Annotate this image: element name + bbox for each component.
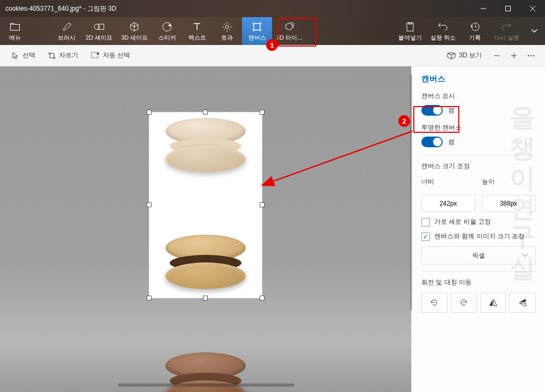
svg-point-30 [531, 55, 532, 56]
width-input[interactable] [421, 195, 475, 212]
panel-title: 캔버스 [421, 74, 535, 84]
svg-line-14 [229, 29, 230, 30]
ribbon: 메뉴 브러시 2D 셰이프 3D 셰이프 스티커 텍스트 효과 캔버스 3D 라… [0, 17, 545, 45]
flip-h-icon [488, 298, 498, 307]
svg-rect-17 [254, 24, 260, 30]
magic-select-icon [91, 52, 100, 59]
undo-button[interactable]: 실행 취소 [426, 17, 460, 45]
image-content [165, 118, 246, 177]
svg-point-7 [163, 22, 171, 31]
canvas-button[interactable]: 캔버스 [242, 17, 272, 45]
history-button[interactable]: 기록 [460, 17, 490, 45]
resize-handle[interactable] [147, 296, 152, 300]
unit-select[interactable]: 픽셀 [421, 246, 535, 265]
rotate-left-icon [429, 298, 439, 307]
3d-shapes-button[interactable]: 3D 셰이프 [117, 17, 152, 45]
rotate-right-icon [459, 298, 468, 307]
magic-select-tool[interactable]: 자동 선택 [85, 45, 137, 66]
brush-icon [62, 21, 71, 33]
minimize-button[interactable] [471, 0, 496, 17]
menu-button[interactable]: 메뉴 [0, 17, 30, 45]
library-icon [284, 21, 294, 33]
maximize-button[interactable] [496, 0, 520, 17]
shapes-3d-icon [130, 21, 139, 33]
effects-icon [222, 21, 232, 33]
paste-button[interactable]: 붙여넣기 [394, 17, 426, 45]
crop-icon [48, 52, 56, 59]
canvas-area[interactable] [0, 66, 411, 392]
3d-view-button[interactable]: 3D 보기 [441, 45, 488, 66]
svg-point-29 [528, 55, 529, 56]
resize-handle[interactable] [260, 296, 264, 300]
brushes-button[interactable]: 브러시 [51, 17, 81, 45]
svg-rect-1 [506, 6, 511, 11]
image-content [165, 235, 246, 293]
svg-point-31 [533, 55, 534, 56]
sub-toolbar: 선택 자르기 자동 선택 3D 보기 [0, 45, 545, 66]
resize-handle[interactable] [147, 202, 152, 207]
zoom-out-button[interactable] [488, 47, 505, 64]
svg-point-33 [463, 302, 464, 303]
shapes-2d-icon [94, 21, 104, 33]
flip-horizontal-button[interactable] [480, 292, 506, 313]
undo-icon [438, 21, 448, 33]
show-canvas-label: 캔버스 표시 [421, 92, 535, 101]
svg-rect-4 [11, 24, 20, 30]
svg-line-15 [224, 29, 225, 30]
svg-point-8 [225, 25, 229, 28]
width-label: 너비 [421, 177, 475, 186]
expand-ribbon-button[interactable] [524, 17, 545, 45]
redo-button[interactable]: 다시 실행 [490, 17, 524, 45]
flip-vertical-button[interactable] [509, 292, 535, 313]
resize-handle[interactable] [260, 110, 264, 115]
effects-button[interactable]: 효과 [212, 17, 242, 45]
show-canvas-toggle[interactable] [421, 105, 443, 116]
window-title: cookies-4053771_640.jpg* - 그림판 3D [0, 4, 471, 13]
canvas-icon [252, 21, 262, 33]
text-button[interactable]: 텍스트 [182, 17, 212, 45]
text-icon [193, 21, 201, 33]
select-tool[interactable]: 선택 [5, 45, 42, 66]
folder-icon [10, 21, 20, 33]
paste-icon [406, 21, 414, 33]
rotate-left-button[interactable] [421, 292, 448, 313]
3d-library-button[interactable]: 3D 라이... [272, 17, 306, 45]
cursor-icon [12, 52, 19, 59]
canvas-selection[interactable] [149, 112, 262, 298]
3d-view-icon [447, 52, 456, 59]
zoom-in-button[interactable] [505, 47, 523, 64]
rotate-right-button[interactable] [451, 292, 477, 313]
transparent-canvas-label: 투명한 캔버스 [421, 123, 535, 132]
horizontal-scrollbar[interactable] [118, 383, 294, 387]
close-button[interactable] [520, 0, 545, 17]
svg-point-32 [434, 302, 435, 303]
redo-icon [502, 21, 511, 33]
sticker-button[interactable]: 스티커 [152, 17, 182, 45]
resize-handle[interactable] [203, 110, 208, 115]
height-label: 높이 [482, 177, 536, 186]
resize-handle[interactable] [260, 202, 264, 207]
more-button[interactable] [523, 47, 540, 64]
2d-shapes-button[interactable]: 2D 셰이프 [81, 17, 117, 45]
toggle-state: 켬 [448, 106, 455, 115]
flip-v-icon [518, 298, 527, 307]
toggle-state: 켬 [448, 138, 455, 147]
transparent-canvas-toggle[interactable] [421, 137, 443, 147]
svg-line-16 [229, 24, 230, 25]
svg-line-13 [224, 24, 225, 25]
chevron-down-icon [522, 252, 528, 259]
titlebar: cookies-4053771_640.jpg* - 그림판 3D [0, 0, 545, 17]
resize-image-checkbox[interactable]: ✓캔버스와 함께 이미지 크기 조정 [421, 232, 535, 241]
sticker-icon [162, 21, 172, 33]
resize-canvas-label: 캔버스 크기 조정 [421, 162, 535, 171]
crop-tool[interactable]: 자르기 [42, 45, 85, 66]
resize-handle[interactable] [203, 296, 208, 300]
rotate-label: 회전 및 대칭 이동 [421, 278, 535, 287]
history-icon [470, 21, 480, 33]
resize-handle[interactable] [147, 110, 152, 115]
lock-ratio-checkbox[interactable]: 가로 세로 비율 고정 [421, 217, 535, 227]
panel-scrollbar[interactable] [410, 75, 412, 311]
height-input[interactable] [482, 195, 536, 212]
side-panel: 올챙이연구실 캔버스 캔버스 표시 켬 투명한 캔버스 켬 캔버스 크기 조정 … [411, 66, 545, 392]
